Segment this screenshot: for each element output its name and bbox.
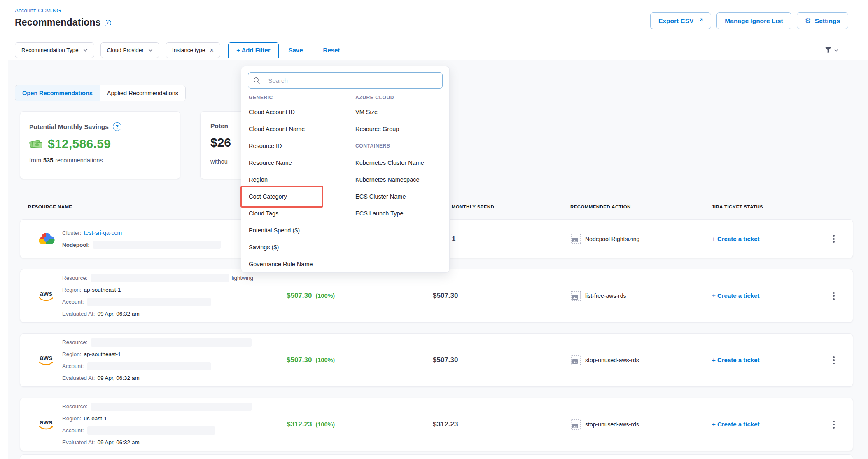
gear-icon: ⚙ — [805, 17, 811, 24]
table-row[interactable]: aws Resource:lightwing Region:ap-southea… — [20, 269, 853, 323]
settings-label: Settings — [815, 17, 840, 25]
redacted-value — [91, 274, 229, 282]
filter-option-kubernetes-namespace[interactable]: Kubernetes Namespace — [355, 171, 424, 188]
resource-label: Resource: — [62, 403, 88, 410]
filter-option-cost-category[interactable]: Cost Category — [249, 188, 313, 205]
filter-option-ecs-launch-type[interactable]: ECS Launch Type — [355, 205, 424, 222]
row-menu-icon[interactable] — [831, 232, 837, 245]
savings-card-subtext: from 535 recommendations — [29, 157, 180, 164]
search-box[interactable] — [248, 72, 443, 89]
create-ticket-link[interactable]: + Create a ticket — [712, 421, 759, 428]
filter-option-potential-spend[interactable]: Potential Spend ($) — [249, 222, 313, 239]
savings-value: $312.23 — [287, 420, 312, 429]
table-row[interactable]: aws Resource: Region:ap-southeast-1 Acco… — [20, 333, 853, 387]
filter-option-governance-rule-name[interactable]: Governance Rule Name — [249, 255, 313, 272]
aws-icon: aws — [37, 419, 56, 430]
row-menu-icon[interactable] — [831, 354, 837, 367]
filter-option-savings[interactable]: Savings ($) — [249, 239, 313, 255]
filter-option-cloud-account-id[interactable]: Cloud Account ID — [249, 103, 313, 120]
cluster-label: Cluster: — [62, 230, 82, 236]
savings-value: $507.30 — [287, 292, 312, 300]
create-ticket-link[interactable]: + Create a ticket — [712, 356, 759, 363]
savings-amount: $12,586.59 — [48, 137, 111, 151]
recommended-action-cell: list-free-aws-rds — [548, 291, 696, 301]
monthly-savings-cell: $312.23 (100%) — [266, 420, 412, 429]
cluster-link[interactable]: test-sri-qa-ccm — [84, 230, 122, 236]
section-title-azure-cloud: AZURE CLOUD — [355, 92, 424, 103]
money-icon — [29, 138, 44, 149]
manage-ignore-list-button[interactable]: Manage Ignore List — [716, 12, 791, 29]
column-header-recommended-action: RECOMMENDED ACTION — [548, 204, 696, 209]
filter-option-vm-size[interactable]: VM Size — [355, 103, 424, 120]
evaluated-value: 09 Apr, 06:32 am — [98, 375, 140, 381]
redacted-value — [87, 362, 211, 370]
account-label: Account: — [62, 427, 84, 433]
table-row[interactable] — [20, 454, 853, 459]
header-actions: Export CSV Manage Ignore List ⚙ Settings — [650, 12, 848, 29]
add-filter-button[interactable]: + Add Filter — [228, 42, 278, 58]
filter-chip-recommendation-type[interactable]: Recommendation Type — [15, 42, 94, 58]
export-csv-button[interactable]: Export CSV — [650, 12, 711, 29]
region-label: Region: — [62, 287, 82, 293]
filter-panel-toggle[interactable] — [824, 47, 838, 54]
subtext-suffix: recommendations — [55, 157, 103, 164]
total-monthly-spend-cell: $312.23 — [412, 420, 548, 429]
funnel-icon — [824, 47, 832, 54]
filter-chip-cloud-provider[interactable]: Cloud Provider — [100, 42, 159, 58]
region-label: Region: — [62, 351, 82, 357]
search-input[interactable] — [268, 77, 437, 84]
row-menu-icon[interactable] — [831, 418, 837, 431]
reset-filter-link[interactable]: Reset — [323, 47, 340, 54]
monthly-savings-cell: $507.30 (100%) — [266, 356, 412, 364]
filter-option-resource-name[interactable]: Resource Name — [249, 154, 313, 171]
filter-option-cloud-account-name[interactable]: Cloud Account Name — [249, 120, 313, 137]
filter-bar: Recommendation Type Cloud Provider Insta… — [0, 40, 868, 60]
aws-icon: aws — [37, 290, 56, 302]
create-ticket-link[interactable]: + Create a ticket — [712, 235, 759, 242]
redacted-value — [93, 241, 221, 249]
header-left: Account: CCM-NG Recommendations i — [15, 0, 111, 28]
filter-option-cloud-tags[interactable]: Cloud Tags — [249, 205, 313, 222]
region-value: ap-southeast-1 — [84, 351, 121, 357]
redacted-value — [87, 426, 215, 435]
resource-cell: aws Resource: Region:us-east-1 Account: … — [20, 400, 266, 448]
tab-open-recommendations[interactable]: Open Recommendations — [15, 85, 100, 101]
aws-icon: aws — [37, 355, 56, 366]
chip-label: Instance type — [172, 47, 205, 53]
info-icon[interactable]: i — [105, 20, 111, 26]
resource-label: Resource: — [62, 339, 88, 345]
external-link-icon — [697, 18, 703, 24]
image-placeholder-icon — [571, 234, 581, 244]
recommendations-page: Account: CCM-NG Recommendations i Export… — [0, 0, 868, 459]
help-icon[interactable]: ? — [113, 122, 121, 131]
nodepool-label: Nodepool: — [62, 242, 90, 248]
subtext-prefix: from — [29, 157, 41, 164]
savings-percent: (100%) — [315, 421, 335, 428]
settings-button[interactable]: ⚙ Settings — [797, 12, 848, 29]
filter-option-resource-id[interactable]: Resource ID — [249, 137, 313, 154]
savings-value: $507.30 — [287, 356, 312, 364]
filter-option-kubernetes-cluster-name[interactable]: Kubernetes Cluster Name — [355, 154, 424, 171]
column-header-resource-name: RESOURCE NAME — [20, 204, 266, 209]
action-name: stop-unused-aws-rds — [585, 357, 639, 363]
filter-option-ecs-cluster-name[interactable]: ECS Cluster Name — [355, 188, 424, 205]
redacted-value — [91, 403, 252, 411]
region-value: us-east-1 — [84, 415, 107, 422]
create-ticket-link[interactable]: + Create a ticket — [712, 292, 759, 299]
divider — [313, 45, 313, 56]
potential-monthly-savings-card: Potential Monthly Savings ? $12,586.59 f… — [20, 111, 180, 179]
tab-applied-recommendations[interactable]: Applied Recommendations — [100, 85, 185, 101]
table-row[interactable]: aws Resource: Region:us-east-1 Account: … — [20, 398, 853, 451]
remove-filter-icon[interactable]: × — [210, 47, 214, 54]
cloud-filter-column: AZURE CLOUD VM Size Resource Group CONTA… — [355, 92, 424, 222]
breadcrumb-account-link[interactable]: Account: CCM-NG — [15, 7, 61, 14]
save-filter-link[interactable]: Save — [289, 47, 303, 54]
filter-chip-instance-type[interactable]: Instance type × — [166, 42, 220, 58]
filter-option-resource-group[interactable]: Resource Group — [355, 120, 424, 137]
filter-option-region[interactable]: Region — [249, 171, 313, 188]
section-title-generic: GENERIC — [249, 92, 313, 103]
resource-visible-tail: lightwing — [232, 275, 254, 281]
image-placeholder-icon — [571, 291, 581, 301]
evaluated-value: 09 Apr, 06:32 am — [98, 311, 140, 317]
row-menu-icon[interactable] — [831, 290, 837, 302]
